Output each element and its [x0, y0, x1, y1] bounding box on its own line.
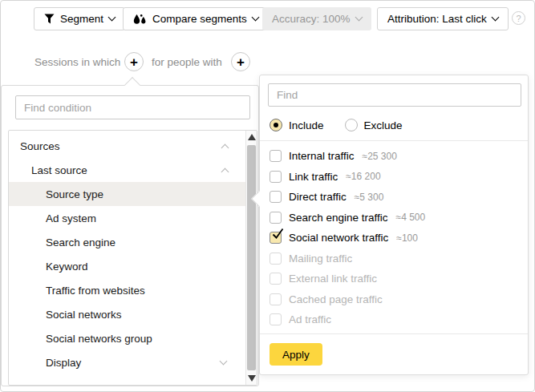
scrollbar-thumb[interactable] [247, 145, 256, 370]
checkbox-icon[interactable] [270, 171, 282, 183]
tree-item-search-engine[interactable]: Search engine [9, 230, 245, 254]
tree-item-label: Social networks [46, 309, 122, 321]
for-people-with-label: for people with [152, 56, 222, 68]
find-condition-input[interactable] [15, 95, 250, 119]
option-direct-traffic[interactable]: Direct traffic ≈5 300 [270, 187, 521, 208]
tree-item-label: Source type [46, 188, 103, 200]
option-label: Search engine traffic [289, 212, 388, 224]
source-type-popup: Include Exclude Internal traffic ≈25 300… [259, 75, 529, 375]
checkbox-icon[interactable] [270, 212, 282, 224]
include-radio[interactable]: Include [270, 119, 324, 131]
checkbox-icon [270, 293, 282, 305]
find-input[interactable] [268, 83, 521, 107]
help-icon[interactable]: ? [512, 11, 525, 25]
exclude-radio[interactable]: Exclude [345, 119, 403, 131]
tree-item-label: Keyword [46, 261, 88, 273]
tree-item-label: Social networks group [46, 333, 152, 345]
compare-segments-label: Compare segments [152, 13, 247, 25]
tree-item-label: Sources [20, 140, 60, 152]
checkbox-icon [270, 273, 282, 285]
tree-item-sources[interactable]: Sources [9, 134, 245, 158]
accuracy-label: Accuracy: 100% [272, 13, 351, 25]
scrollbar[interactable] [245, 131, 257, 385]
traffic-options-list: Internal traffic ≈25 300 Link traffic ≈1… [270, 146, 521, 330]
option-count: ≈100 [396, 232, 418, 244]
radio-icon[interactable] [345, 119, 358, 131]
segment-button-label: Segment [60, 13, 103, 25]
option-label: External link traffic [289, 273, 377, 285]
divider [260, 333, 528, 334]
tree-item-label: Display [46, 357, 81, 369]
tree-item-label: Ad system [46, 212, 96, 224]
option-count: ≈5 300 [355, 192, 384, 203]
option-label: Cached page traffic [289, 293, 383, 305]
accuracy-dropdown[interactable]: Accuracy: 100% [262, 7, 371, 30]
divider [260, 140, 528, 141]
option-label: Social network traffic [289, 232, 388, 244]
tree-item-traffic-from-websites[interactable]: Traffic from websites [9, 278, 245, 302]
checkbox-icon [270, 313, 282, 325]
chevron-down-icon[interactable] [220, 357, 228, 365]
add-people-condition-button[interactable]: + [231, 52, 250, 71]
chevron-down-icon [491, 14, 499, 22]
option-label: Direct traffic [289, 191, 347, 203]
attribution-dropdown[interactable]: Attribution: Last click [377, 7, 509, 30]
segment-button[interactable]: Segment [34, 7, 125, 30]
chevron-down-icon [108, 14, 116, 22]
attribution-label: Attribution: Last click [387, 13, 487, 25]
option-count: ≈25 300 [363, 151, 397, 162]
scroll-down-icon[interactable] [248, 375, 256, 382]
checkbox-icon [270, 253, 282, 265]
option-mailing-traffic: Mailing traffic [270, 249, 521, 269]
option-ad-traffic: Ad traffic [270, 309, 521, 330]
option-search-engine-traffic[interactable]: Search engine traffic ≈4 500 [270, 208, 521, 228]
exclude-label: Exclude [364, 119, 403, 131]
chevron-up-icon[interactable] [221, 143, 229, 152]
checkbox-checked-icon[interactable] [270, 232, 282, 244]
option-count: ≈4 500 [396, 212, 426, 223]
option-label: Internal traffic [289, 150, 355, 162]
plus-icon: + [130, 55, 138, 69]
tree-item-display[interactable]: Display [9, 350, 245, 374]
apply-button[interactable]: Apply [270, 343, 322, 366]
chevron-up-icon[interactable] [221, 168, 229, 176]
tree-item-source-type[interactable]: Source type [9, 182, 245, 206]
segmentation-widget: Segment Compare segments Accuracy: 100% … [0, 0, 535, 392]
tree-item-social-networks-group[interactable]: Social networks group [9, 326, 245, 350]
scroll-up-icon[interactable] [248, 134, 256, 140]
option-cached-page-traffic: Cached page traffic [270, 289, 521, 310]
option-label: Link traffic [289, 171, 338, 183]
option-count: ≈16 200 [346, 171, 380, 182]
sessions-in-which-label: Sessions in which [34, 56, 120, 68]
include-label: Include [289, 119, 324, 131]
condition-tree: Sources Last source Source type Ad syste… [8, 130, 257, 386]
panel-caret [124, 77, 140, 93]
tree-item-label: Traffic from websites [46, 285, 145, 297]
tree-item-ad-system[interactable]: Ad system [9, 206, 245, 230]
checkbox-icon[interactable] [270, 150, 282, 162]
tree-item-label: Last source [31, 164, 87, 176]
add-session-condition-button[interactable]: + [124, 52, 144, 71]
compare-droplets-icon [133, 14, 147, 25]
tree-item-keyword[interactable]: Keyword [9, 254, 245, 278]
option-label: Ad traffic [289, 313, 331, 325]
compare-segments-button[interactable]: Compare segments [123, 7, 269, 30]
radio-selected-icon[interactable] [270, 119, 282, 131]
condition-picker-panel: Sources Last source Source type Ad syste… [1, 85, 259, 386]
option-social-network-traffic[interactable]: Social network traffic ≈100 [270, 228, 521, 249]
tree-item-social-networks[interactable]: Social networks [9, 302, 245, 326]
chevron-down-icon [355, 14, 363, 22]
help-glyph: ? [516, 14, 521, 23]
plus-icon: + [237, 55, 245, 69]
include-exclude-group: Include Exclude [270, 115, 403, 135]
option-link-traffic[interactable]: Link traffic ≈16 200 [270, 167, 521, 188]
option-internal-traffic[interactable]: Internal traffic ≈25 300 [270, 146, 521, 167]
option-external-link-traffic: External link traffic [270, 269, 521, 289]
tree-item-label: Search engine [46, 236, 116, 249]
filter-icon [44, 14, 55, 24]
chevron-down-icon [251, 14, 259, 22]
tree-item-last-source[interactable]: Last source [9, 158, 245, 182]
checkbox-icon[interactable] [270, 191, 282, 203]
option-label: Mailing traffic [289, 253, 352, 265]
